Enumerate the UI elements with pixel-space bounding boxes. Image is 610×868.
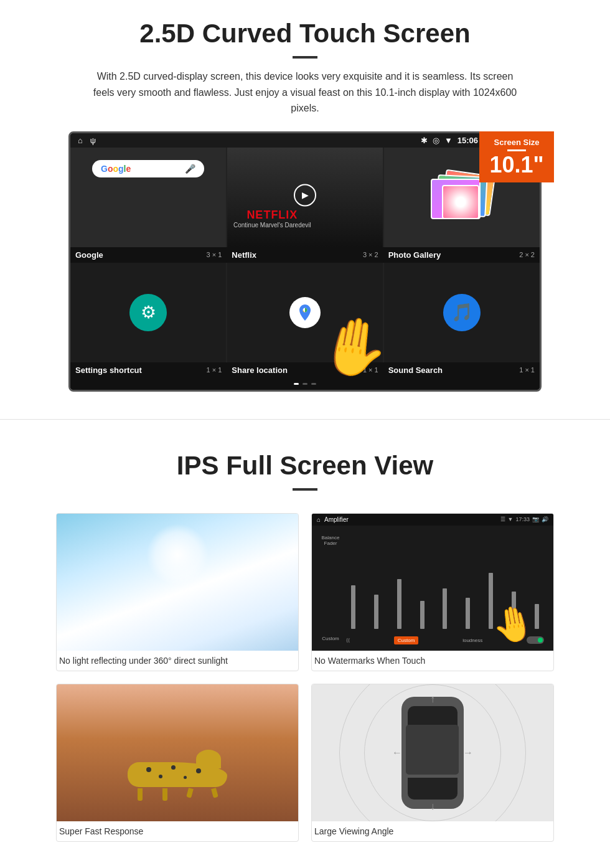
google-size: 3 × 1 (207, 251, 222, 258)
amp-custom-btn[interactable]: Custom (394, 636, 419, 644)
settings-app-cell[interactable]: ⚙ (70, 263, 226, 362)
section1-description: With 2.5D curved-display screen, this de… (87, 68, 523, 116)
eq-bar-3 (397, 579, 401, 629)
google-mic-icon[interactable]: 🎤 (185, 164, 195, 174)
amp-bottom-bar: ⟨⟨ Custom loudness (343, 636, 547, 644)
feature-card-viewing-angle: ↑ ↓ ← → Large Viewing Angle (311, 684, 554, 842)
netflix-play-button[interactable]: ▶ (294, 184, 316, 206)
amp-header: ⌂ Amplifier ☰ ▼ 17:33 📷 🔊 (312, 514, 553, 526)
gallery-label: Photo Gallery (388, 250, 441, 260)
app-grid-row2: ⚙ 🤚 (70, 263, 540, 362)
features-image-grid: No light reflecting under 360° direct su… (37, 501, 573, 854)
eq-bar-1 (351, 585, 355, 629)
netflix-label: Netflix (232, 250, 256, 260)
amp-labels: Balance Fader Custom (318, 532, 343, 644)
google-label: Google (75, 250, 103, 260)
device-mockup: Screen Size 10.1" ⌂ ψ ✱ ◎ ▼ 15:06 📷 🔊 ✕ (62, 131, 548, 392)
amp-loudness-label: loudness (462, 638, 482, 643)
sound-size: 1 × 1 (519, 366, 535, 374)
settings-icon-bg: ⚙ (129, 294, 167, 331)
google-app-cell[interactable]: Google 🎤 (70, 148, 226, 247)
amp-label-fader: Fader (318, 540, 343, 546)
sunlight-caption: No light reflecting under 360° direct su… (57, 651, 298, 671)
home-icon[interactable]: ⌂ (78, 136, 83, 145)
netflix-subtitle: Continue Marvel's Daredevil (233, 222, 311, 229)
arrow-right: → (463, 747, 473, 758)
music-icon-bg: 🎵 (443, 294, 481, 331)
sunlight-image (57, 514, 298, 651)
netflix-info: NETFLIX Continue Marvel's Daredevil (233, 209, 311, 229)
location-icon: ◎ (433, 136, 439, 145)
section-curved-screen: 2.5D Curved Touch Screen With 2.5D curve… (0, 0, 610, 407)
settings-label-cell: Settings shortcut 1 × 1 (70, 362, 227, 378)
arrow-up: ↑ (430, 694, 435, 705)
amp-wifi: ▼ (508, 516, 514, 522)
netflix-label-cell: Netflix 3 × 2 (227, 247, 383, 263)
amp-title: Amplifier (324, 516, 349, 523)
settings-gear-icon: ⚙ (141, 302, 156, 323)
section1-title: 2.5D Curved Touch Screen (37, 19, 573, 49)
amp-label-custom: Custom (318, 636, 343, 641)
eq-bar-2 (374, 595, 378, 629)
google-logo: Google (101, 164, 131, 174)
amp-home-icon: ⌂ (317, 516, 321, 523)
flower-image (442, 185, 479, 219)
eq-bar-6 (466, 598, 470, 629)
eq-bar-5 (443, 588, 447, 629)
badge-size: 10.1" (488, 154, 545, 176)
dot-3 (311, 383, 316, 385)
sound-label-cell: Sound Search 1 × 1 (383, 362, 540, 378)
netflix-size: 3 × 2 (363, 251, 378, 258)
arrow-down: ↓ (430, 801, 435, 812)
watermark-caption: No Watermarks When Touch (312, 651, 553, 671)
viewing-angle-caption: Large Viewing Angle (312, 821, 553, 841)
screen-size-badge: Screen Size 10.1" (479, 131, 554, 182)
amp-toggle[interactable] (527, 636, 544, 644)
share-location-cell[interactable]: 🤚 (227, 263, 383, 362)
device-frame: ⌂ ψ ✱ ◎ ▼ 15:06 📷 🔊 ✕ ▭ (68, 131, 542, 392)
sound-search-cell[interactable]: 🎵 (384, 263, 540, 362)
section2-title: IPS Full Screen View (37, 451, 573, 481)
maps-icon (289, 297, 321, 328)
dot-2 (303, 383, 307, 385)
music-note-icon: 🎵 (451, 302, 473, 323)
usb-icon: ψ (90, 136, 96, 145)
google-search-bar[interactable]: Google 🎤 (92, 160, 204, 177)
cheetah-body (128, 762, 227, 796)
gallery-size: 2 × 2 (519, 251, 535, 258)
cheetah-image (57, 684, 298, 821)
wifi-icon: ▼ (444, 136, 453, 145)
speed-caption: Super Fast Response (57, 821, 298, 841)
arrow-left: ← (392, 747, 402, 758)
gallery-card-3 (431, 179, 481, 219)
car-image: ↑ ↓ ← → (312, 684, 553, 821)
eq-bars-container: 🤚 ⟨⟨ Custom loudness (343, 532, 547, 644)
section2-divider (293, 488, 317, 491)
amp-cam: 📷 (532, 516, 539, 522)
badge-title: Screen Size (488, 138, 545, 147)
amp-time: 17:33 (515, 516, 530, 522)
sound-label: Sound Search (388, 366, 443, 375)
amp-label-balance: Balance (318, 535, 343, 540)
google-label-cell: Google 3 × 1 (70, 247, 227, 263)
clock: 15:06 (458, 136, 478, 145)
netflix-logo: NETFLIX (233, 209, 311, 222)
section-ips-view: IPS Full Screen View No light reflecting… (0, 419, 610, 867)
share-label: Share location (232, 366, 288, 375)
netflix-app-cell[interactable]: ▶ NETFLIX Continue Marvel's Daredevil (227, 148, 383, 247)
car-top-view: ↑ ↓ ← → (395, 691, 470, 815)
status-left-icons: ⌂ ψ (78, 136, 96, 145)
page-dots (70, 378, 540, 390)
dot-1 (294, 383, 299, 385)
amp-nav-back: ⟨⟨ (346, 638, 350, 643)
bluetooth-icon: ✱ (421, 136, 428, 145)
app-labels-row1: Google 3 × 1 Netflix 3 × 2 Photo Gallery… (70, 247, 540, 263)
feature-card-sunlight: No light reflecting under 360° direct su… (56, 513, 299, 671)
app-labels-row2: Settings shortcut 1 × 1 Share location 1… (70, 362, 540, 378)
status-bar: ⌂ ψ ✱ ◎ ▼ 15:06 📷 🔊 ✕ ▭ (70, 133, 540, 148)
amp-vol: 🔊 (542, 516, 548, 522)
gallery-label-cell: Photo Gallery 2 × 2 (383, 247, 540, 263)
settings-size: 1 × 1 (207, 366, 222, 374)
badge-divider (507, 149, 526, 151)
feature-card-speed: Super Fast Response (56, 684, 299, 842)
